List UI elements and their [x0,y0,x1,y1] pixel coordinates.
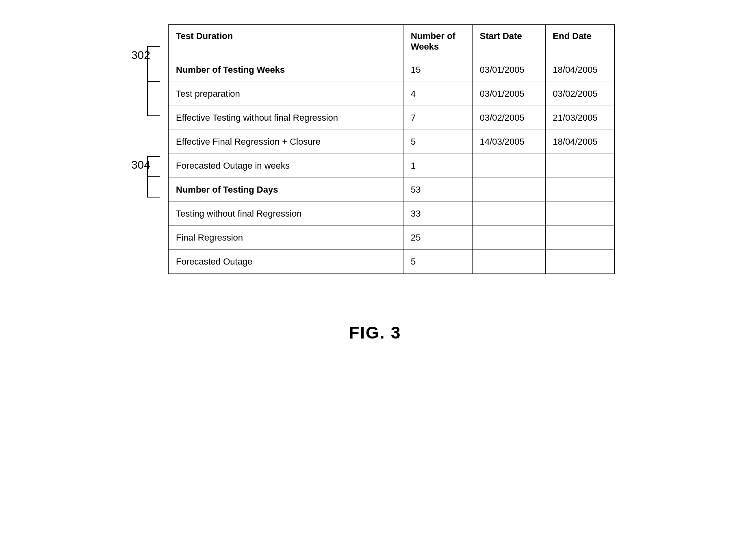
row-start: 03/01/2005 [472,58,545,82]
row-end [545,178,614,202]
row-start [472,202,545,226]
table-row: Effective Testing without final Regressi… [168,106,614,130]
row-weeks: 1 [403,154,472,178]
row-start [472,178,545,202]
row-label: Testing without final Regression [168,202,403,226]
table-row: Forecasted Outage5 [168,250,614,274]
row-end [545,226,614,250]
row-label: Forecasted Outage in weeks [168,154,403,178]
row-weeks: 15 [403,58,472,82]
row-label: Number of Testing Days [168,178,403,202]
figure-caption: FIG. 3 [349,323,401,343]
row-start [472,250,545,274]
row-label: Final Regression [168,226,403,250]
data-table: Test Duration Number of Weeks Start Date… [168,24,615,274]
row-weeks: 5 [403,130,472,154]
table-header-row: Test Duration Number of Weeks Start Date… [168,25,614,58]
row-weeks: 5 [403,250,472,274]
row-weeks: 33 [403,202,472,226]
row-weeks: 25 [403,226,472,250]
row-weeks: 53 [403,178,472,202]
row-start: 03/02/2005 [472,106,545,130]
col-number-weeks: Number of Weeks [403,25,472,58]
table-row: Testing without final Regression33 [168,202,614,226]
bracket-302-svg [145,45,162,118]
row-label: Number of Testing Weeks [168,58,403,82]
row-label: Effective Testing without final Regressi… [168,106,403,130]
row-end: 21/03/2005 [545,106,614,130]
col-end-date: End Date [545,25,614,58]
table-row: Number of Testing Days53 [168,178,614,202]
row-weeks: 4 [403,82,472,106]
row-start: 14/03/2005 [472,130,545,154]
row-label: Forecasted Outage [168,250,403,274]
col-number-line2: Weeks [411,41,439,52]
col-number-line1: Number of [411,31,455,41]
table-row: Test preparation403/01/200503/02/2005 [168,82,614,106]
table-wrapper: 302 304 Test Duration Number of Weeks St… [168,24,615,274]
page-container: 302 304 Test Duration Number of Weeks St… [0,16,750,343]
table-row: Effective Final Regression + Closure514/… [168,130,614,154]
row-label: Effective Final Regression + Closure [168,130,403,154]
row-start: 03/01/2005 [472,82,545,106]
row-label: Test preparation [168,82,403,106]
row-end [545,154,614,178]
row-end [545,202,614,226]
table-row: Final Regression25 [168,226,614,250]
row-start [472,154,545,178]
col-start-date: Start Date [472,25,545,58]
row-end: 18/04/2005 [545,130,614,154]
table-row: Number of Testing Weeks1503/01/200518/04… [168,58,614,82]
col-test-duration: Test Duration [168,25,403,58]
row-start [472,226,545,250]
table-body: Number of Testing Weeks1503/01/200518/04… [168,58,614,274]
table-row: Forecasted Outage in weeks1 [168,154,614,178]
bracket-304-svg [145,154,162,199]
row-end: 18/04/2005 [545,58,614,82]
row-weeks: 7 [403,106,472,130]
row-end [545,250,614,274]
row-end: 03/02/2005 [545,82,614,106]
